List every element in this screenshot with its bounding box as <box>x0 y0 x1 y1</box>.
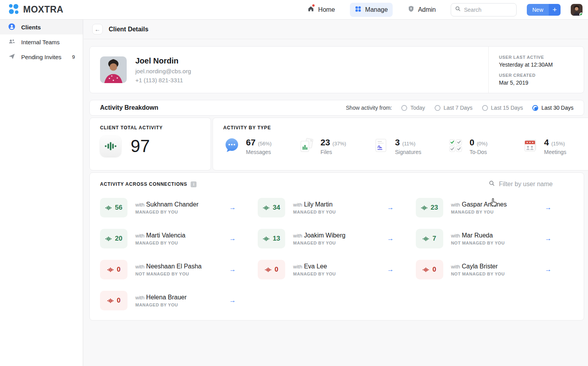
connection-item[interactable]: 20 with Marti Valencia MANAGED BY YOU → <box>100 229 258 248</box>
client-card: Joel Nordin joel.nording@cbs.org +1 (113… <box>89 46 584 93</box>
connection-item[interactable]: 34 with Lily Martin MANAGED BY YOU → <box>258 198 415 217</box>
connection-activity-badge: 34 <box>258 198 285 217</box>
managed-label: MANAGED BY YOU <box>451 210 507 214</box>
managed-label: MANAGED BY YOU <box>293 241 345 245</box>
connections-filter[interactable] <box>489 180 573 188</box>
radio-icon <box>401 105 407 111</box>
radio-label: Today <box>410 105 425 111</box>
connection-name[interactable]: Marti Valencia <box>146 232 186 239</box>
activity-range-radio[interactable]: Last 15 Days <box>482 105 523 111</box>
moxtra-logo[interactable]: MOXTRA <box>0 3 64 16</box>
info-icon[interactable]: i <box>191 181 197 187</box>
connection-name[interactable]: Lily Martin <box>304 201 333 208</box>
connection-activity-badge: 23 <box>416 198 443 217</box>
activity-breakdown-title: Activity Breakdown <box>100 104 158 111</box>
radio-icon <box>532 105 538 111</box>
search-input[interactable] <box>464 7 507 13</box>
sidebar-item-clients[interactable]: Clients <box>0 20 83 34</box>
filter-by-user-input[interactable] <box>499 181 573 188</box>
sidebar-item-pending-invites[interactable]: Pending Invites 9 <box>0 49 83 64</box>
open-connection-arrow[interactable]: → <box>387 204 394 212</box>
open-connection-arrow[interactable]: → <box>545 266 552 274</box>
files-percent: (37%) <box>333 141 346 147</box>
activity-range-radio[interactable]: Today <box>401 105 425 111</box>
todos-count: 0 <box>470 138 474 147</box>
connection-count: 13 <box>273 235 280 243</box>
activity-waveform-icon <box>422 236 429 242</box>
last-active-value: Yesterday at 12:30AM <box>499 62 584 68</box>
nav-admin[interactable]: Admin <box>403 2 441 17</box>
connection-item[interactable]: 23 with Gaspar Antunes MANAGED BY YOU → <box>416 198 573 217</box>
back-button[interactable]: ← <box>92 24 103 34</box>
search-icon <box>455 6 461 13</box>
type-item-messages: 67 (56%) Messages <box>223 137 298 156</box>
connection-item[interactable]: 0 with Eva Lee MANAGED BY YOU → <box>258 260 415 279</box>
show-activity-label: Show activity from: <box>346 105 392 111</box>
connection-item[interactable]: 0 with Helena Brauer MANAGED BY YOU → <box>100 291 258 310</box>
connection-count: 56 <box>115 204 122 212</box>
connection-name[interactable]: Helena Brauer <box>146 294 187 301</box>
connection-item[interactable]: 13 with Joakim Wiberg MANAGED BY YOU → <box>258 229 415 248</box>
with-label: with <box>135 264 144 270</box>
nav-manage[interactable]: Manage <box>350 3 393 17</box>
client-email: joel.nording@cbs.org <box>135 68 191 74</box>
new-button[interactable]: New + <box>527 4 561 16</box>
meetings-count: 4 <box>544 138 549 147</box>
total-activity-title: CLIENT TOTAL ACTIVITY <box>100 125 200 130</box>
paper-plane-icon <box>8 53 16 62</box>
nav-home[interactable]: Home <box>302 2 340 17</box>
connection-name[interactable]: Neeshaan El Pasha <box>146 263 202 270</box>
client-avatar <box>100 56 127 83</box>
user-avatar[interactable] <box>571 4 583 16</box>
meetings-label: Meetings <box>544 149 566 155</box>
activity-waveform-icon <box>265 266 271 273</box>
new-plus-icon[interactable]: + <box>549 4 561 16</box>
page-header: ← Client Details <box>84 20 588 39</box>
open-connection-arrow[interactable]: → <box>229 235 236 243</box>
open-connection-arrow[interactable]: → <box>387 266 394 274</box>
connection-name[interactable]: Gaspar Antunes <box>462 201 507 208</box>
open-connection-arrow[interactable]: → <box>387 235 394 243</box>
activity-range-radio[interactable]: Last 30 Days <box>532 105 573 111</box>
created-label: USER CREATED <box>499 73 584 78</box>
with-label: with <box>451 264 460 270</box>
moxtra-app: MOXTRA Home Manage <box>0 0 588 366</box>
activity-summary-row: CLIENT TOTAL ACTIVITY 97 <box>89 118 584 170</box>
with-label: with <box>451 202 460 208</box>
connection-name[interactable]: Mar Rueda <box>462 232 493 239</box>
open-connection-arrow[interactable]: → <box>229 297 236 304</box>
open-connection-arrow[interactable]: → <box>545 235 552 243</box>
activity-range-selector: Show activity from: Today Last 7 Days <box>346 105 573 111</box>
radio-icon <box>435 105 441 111</box>
global-search[interactable] <box>451 3 517 16</box>
new-button-label[interactable]: New <box>527 4 549 16</box>
calendar-icon <box>521 137 539 156</box>
connection-item[interactable]: 7 with Mar Rueda NOT MANAGED BY YOU → <box>416 229 573 248</box>
todos-percent: (0%) <box>477 141 487 147</box>
files-label: Files <box>320 149 346 155</box>
radio-icon <box>482 105 488 111</box>
connection-name[interactable]: Joakim Wiberg <box>304 232 346 239</box>
open-connection-arrow[interactable]: → <box>545 204 552 212</box>
connection-name[interactable]: Eva Lee <box>304 263 327 270</box>
content: Joel Nordin joel.nording@cbs.org +1 (113… <box>84 39 588 321</box>
connection-name[interactable]: Cayla Brister <box>462 263 498 270</box>
top-navigation: Home Manage <box>302 2 588 17</box>
sidebar-item-internal-teams[interactable]: Internal Teams <box>0 34 83 49</box>
connection-item[interactable]: 0 with Cayla Brister NOT MANAGED BY YOU … <box>416 260 573 279</box>
type-item-files: 23 (37%) Files <box>298 137 372 156</box>
connection-item[interactable]: 56 with Sukhnam Chander MANAGED BY YOU → <box>100 198 258 217</box>
connection-item[interactable]: 0 with Neeshaan El Pasha NOT MANAGED BY … <box>100 260 258 279</box>
open-connection-arrow[interactable]: → <box>229 266 236 274</box>
with-label: with <box>293 202 302 208</box>
client-meta: USER LAST ACTIVE Yesterday at 12:30AM US… <box>488 47 584 93</box>
activity-range-radio[interactable]: Last 7 Days <box>435 105 473 111</box>
connection-name[interactable]: Sukhnam Chander <box>146 201 198 208</box>
nav-home-label: Home <box>318 6 335 13</box>
activity-breakdown-bar: Activity Breakdown Show activity from: T… <box>89 100 584 116</box>
connection-activity-badge: 0 <box>258 260 285 279</box>
topbar: MOXTRA Home Manage <box>0 0 588 20</box>
main-area: ← Client Details <box>84 20 588 366</box>
open-connection-arrow[interactable]: → <box>229 204 236 212</box>
connection-activity-badge: 0 <box>100 260 127 279</box>
